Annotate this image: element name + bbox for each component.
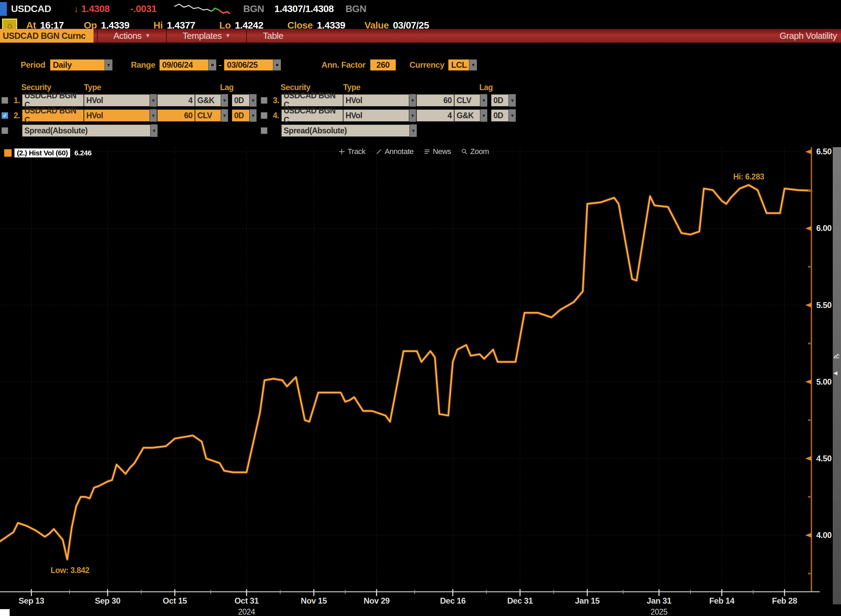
svg-text:Feb 14: Feb 14 (709, 596, 735, 605)
svg-text:5.50: 5.50 (816, 301, 832, 310)
svg-text:Hi: 6.283: Hi: 6.283 (733, 172, 764, 181)
svg-text:Sep 13: Sep 13 (19, 596, 44, 605)
svg-text:Sep 30: Sep 30 (95, 596, 121, 605)
crosshair-icon (339, 148, 345, 155)
annotate-label: Annotate (385, 147, 414, 156)
svg-text:4.50: 4.50 (816, 454, 832, 463)
volatility-chart: 4.004.505.005.506.006.50Sep 13Sep 30Oct … (0, 0, 841, 616)
svg-text:6.00: 6.00 (816, 223, 832, 233)
chart-scrollbar[interactable]: ◀ (833, 147, 841, 604)
svg-text:Jan 31: Jan 31 (647, 596, 671, 605)
svg-text:Dec 31: Dec 31 (507, 596, 533, 605)
svg-text:4.00: 4.00 (816, 530, 832, 540)
pencil-icon (376, 148, 382, 155)
mini-chart-icon[interactable] (834, 353, 840, 358)
svg-text:Jan 15: Jan 15 (575, 596, 600, 605)
zoom-button[interactable]: Zoom (461, 147, 489, 156)
news-label: News (433, 147, 451, 156)
news-icon (424, 148, 430, 155)
svg-text:5.00: 5.00 (816, 377, 832, 386)
svg-text:Dec 16: Dec 16 (440, 596, 466, 605)
legend-label[interactable]: (2.) Hist Vol (60) (15, 148, 70, 157)
track-button[interactable]: Track (339, 147, 365, 156)
legend-swatch (4, 149, 12, 157)
svg-text:2024: 2024 (238, 607, 255, 616)
annotate-button[interactable]: Annotate (376, 147, 414, 156)
chart-legend: (2.) Hist Vol (60) 6.246 (4, 148, 91, 157)
corner-box (0, 609, 10, 616)
svg-text:Nov 29: Nov 29 (363, 596, 390, 605)
svg-text:Oct 31: Oct 31 (235, 596, 259, 605)
svg-text:Nov 15: Nov 15 (301, 596, 327, 605)
collapse-arrow-icon[interactable]: ◀ (834, 370, 837, 376)
legend-last-value: 6.246 (74, 149, 91, 157)
track-label: Track (348, 147, 365, 156)
svg-text:Oct 15: Oct 15 (163, 596, 187, 605)
magnifier-icon (461, 148, 468, 155)
news-button[interactable]: News (424, 147, 451, 156)
svg-text:6.50: 6.50 (816, 147, 832, 156)
bloomberg-terminal-screen: 4.004.505.005.506.006.50Sep 13Sep 30Oct … (0, 0, 841, 616)
chart-toolbar: Track Annotate News Zoom (339, 147, 499, 156)
svg-text:Low: 3.842: Low: 3.842 (51, 566, 90, 575)
svg-text:Feb 28: Feb 28 (772, 596, 797, 605)
svg-text:2025: 2025 (650, 607, 667, 616)
zoom-label: Zoom (470, 147, 489, 156)
